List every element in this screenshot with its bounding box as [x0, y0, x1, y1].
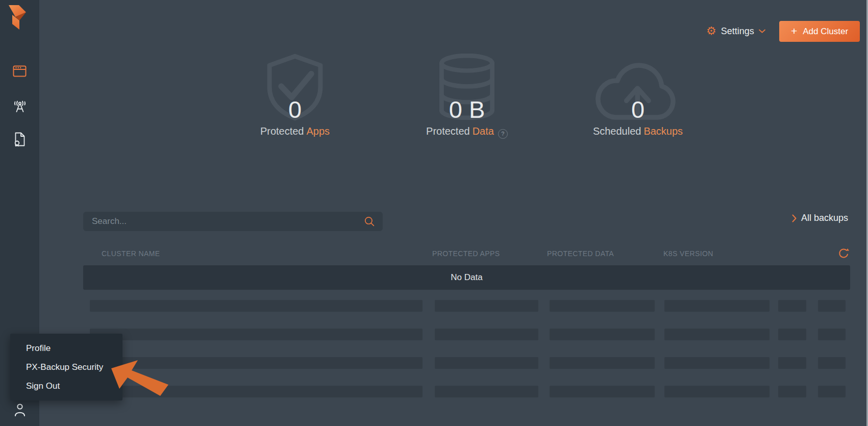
skeleton-bar [550, 300, 655, 312]
scheduled-backups-count: 0 [577, 97, 699, 121]
skeleton-bar [435, 357, 538, 369]
px-backup-dashboard: ⚙ Settings + Add Cluster 0 ProtectedApps [0, 0, 868, 426]
all-backups-link[interactable]: All backups [792, 213, 848, 223]
skeleton-bar [90, 386, 423, 397]
skeleton-bar [664, 357, 770, 369]
empty-table-row: No Data [83, 265, 850, 290]
gear-icon: ⚙ [706, 26, 716, 37]
skeleton-row [83, 300, 850, 312]
skeleton-bar [664, 329, 770, 340]
protected-data-stat: 0 B ProtectedData? [406, 54, 528, 139]
skeleton-bar [435, 329, 538, 340]
sidebar-item-profile[interactable] [0, 403, 39, 416]
skeleton-bar [778, 329, 806, 340]
help-icon[interactable]: ? [498, 129, 508, 139]
column-header-k8s-version: K8S VERSION [663, 249, 713, 258]
skeleton-bar [818, 357, 846, 369]
scheduled-backups-stat: 0 ScheduledBackups [577, 54, 699, 139]
skeleton-row [83, 329, 850, 340]
plus-icon: + [791, 26, 797, 36]
protected-apps-stat: 0 ProtectedApps [234, 54, 356, 139]
skeleton-bar [818, 386, 846, 397]
clusters-window-icon [13, 65, 27, 77]
skeleton-row [83, 357, 850, 369]
skeleton-bar [550, 386, 655, 397]
sidebar-item-licenses[interactable] [0, 132, 39, 146]
sidebar-item-activity[interactable] [0, 99, 39, 113]
column-header-protected-apps: PROTECTED APPS [432, 249, 500, 258]
skeleton-bar [435, 386, 538, 397]
skeleton-bar [550, 329, 655, 340]
settings-menu-button[interactable]: ⚙ Settings [706, 26, 765, 37]
skeleton-rows [83, 300, 850, 397]
menu-item-profile[interactable]: Profile [10, 339, 122, 358]
menu-item-sign-out[interactable]: Sign Out [10, 377, 122, 395]
skeleton-bar [435, 300, 538, 312]
search-icon[interactable] [364, 216, 375, 227]
protected-data-label: ProtectedData? [406, 126, 528, 139]
skeleton-bar [90, 329, 423, 340]
protected-apps-count: 0 [234, 97, 356, 121]
skeleton-bar [778, 357, 806, 369]
search-input[interactable] [83, 212, 383, 231]
column-header-cluster-name: CLUSTER NAME [102, 249, 160, 258]
user-icon [14, 403, 26, 416]
skeleton-bar [90, 300, 423, 312]
settings-label: Settings [721, 26, 754, 37]
skeleton-row [83, 386, 850, 397]
skeleton-bar [778, 386, 806, 397]
px-backup-logo [8, 5, 27, 30]
all-backups-label: All backups [801, 213, 848, 223]
search-bar [83, 212, 383, 231]
radio-tower-icon [12, 99, 28, 113]
profile-menu: Profile PX-Backup Security Sign Out [10, 334, 122, 400]
column-header-protected-data: PROTECTED DATA [547, 249, 614, 258]
menu-item-px-backup-security[interactable]: PX-Backup Security [10, 358, 122, 377]
skeleton-bar [664, 386, 770, 397]
scheduled-backups-label: ScheduledBackups [577, 126, 699, 137]
skeleton-bar [818, 329, 846, 340]
skeleton-bar [550, 357, 655, 369]
chevron-right-icon [792, 214, 797, 222]
protected-data-count: 0 B [406, 97, 528, 121]
certificate-icon [13, 132, 26, 146]
add-cluster-button[interactable]: + Add Cluster [779, 21, 860, 42]
chevron-down-icon [759, 29, 765, 33]
protected-apps-label: ProtectedApps [234, 126, 356, 137]
skeleton-bar [818, 300, 846, 312]
skeleton-bar [778, 300, 806, 312]
add-cluster-label: Add Cluster [803, 27, 848, 37]
sidebar-item-clusters[interactable] [0, 65, 39, 77]
no-data-text: No Data [451, 272, 482, 283]
refresh-icon[interactable] [838, 247, 850, 259]
skeleton-bar [664, 300, 770, 312]
skeleton-bar [90, 357, 423, 369]
